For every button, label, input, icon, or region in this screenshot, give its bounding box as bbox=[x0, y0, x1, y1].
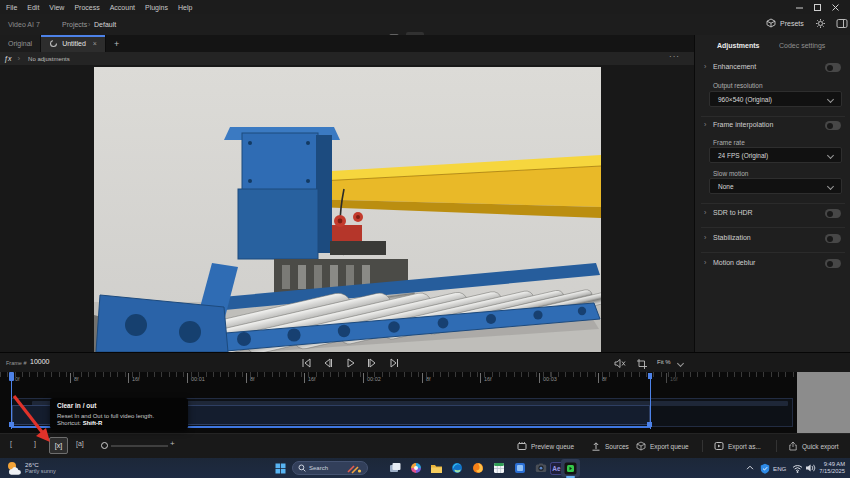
tab-close-icon[interactable]: × bbox=[93, 40, 97, 47]
tab-adjustments[interactable]: Adjustments bbox=[717, 42, 759, 49]
quick-export-button[interactable]: Quick export bbox=[788, 439, 839, 453]
file-explorer-icon[interactable] bbox=[428, 460, 444, 476]
stabilization-toggle[interactable] bbox=[825, 234, 841, 243]
panel-toggle-icon[interactable] bbox=[836, 18, 848, 29]
set-in-point-button[interactable]: [ bbox=[10, 440, 12, 447]
menu-account[interactable]: Account bbox=[110, 4, 135, 11]
preview-3d-render bbox=[94, 67, 601, 352]
timeline[interactable]: 0f 8f 16f 00:01 8f 16f 00:02 8f 16f 00:0… bbox=[0, 372, 850, 433]
weather-widget[interactable]: 26°C Partly sunny bbox=[6, 460, 56, 475]
sdr-to-hdr-expand-icon[interactable]: › bbox=[704, 209, 706, 216]
timeline-zoom-slider[interactable] bbox=[111, 445, 168, 447]
sdr-to-hdr-label: SDR to HDR bbox=[713, 209, 753, 216]
enhancement-toggle[interactable] bbox=[825, 63, 841, 72]
crop-icon[interactable] bbox=[636, 358, 648, 369]
stabilization-expand-icon[interactable]: › bbox=[704, 234, 706, 241]
timeline-ruler[interactable]: 0f 8f 16f 00:01 8f 16f 00:02 8f 16f 00:0… bbox=[0, 372, 796, 386]
grid-app-icon[interactable] bbox=[491, 460, 507, 476]
edge-icon[interactable] bbox=[449, 460, 465, 476]
clear-in-out-button[interactable]: [x] bbox=[49, 437, 68, 454]
preview-queue-icon bbox=[517, 441, 527, 451]
preview-tab-bar: Original Untitled × + bbox=[0, 35, 694, 52]
ruler-label: 00:02 bbox=[363, 373, 381, 383]
in-point-marker[interactable] bbox=[11, 372, 12, 429]
blue-app-icon[interactable] bbox=[512, 460, 528, 476]
menu-help[interactable]: Help bbox=[178, 4, 192, 11]
divider bbox=[701, 227, 845, 228]
motion-deblur-toggle[interactable] bbox=[825, 259, 841, 268]
out-point-handle[interactable] bbox=[647, 422, 652, 427]
no-adjustments-label: No adjustments bbox=[28, 56, 70, 62]
enhancement-expand-icon[interactable]: › bbox=[704, 63, 706, 70]
maximize-icon[interactable] bbox=[813, 3, 822, 12]
menu-plugins[interactable]: Plugins bbox=[145, 4, 168, 11]
minimize-icon[interactable] bbox=[795, 3, 804, 12]
timeline-end-area bbox=[797, 372, 850, 433]
slow-motion-dropdown[interactable]: None bbox=[709, 178, 842, 194]
tab-codec-settings[interactable]: Codec settings bbox=[779, 42, 825, 49]
out-point-marker[interactable] bbox=[650, 373, 651, 429]
timeline-zoom-knob[interactable] bbox=[101, 442, 108, 449]
motion-deblur-expand-icon[interactable]: › bbox=[704, 259, 706, 266]
task-view-icon[interactable] bbox=[387, 460, 403, 476]
tab-untitled[interactable]: Untitled × bbox=[41, 35, 106, 52]
breadcrumb-current[interactable]: Default bbox=[94, 21, 116, 28]
set-out-point-button[interactable]: ] bbox=[34, 440, 36, 447]
export-as-icon bbox=[714, 441, 724, 451]
frame-rate-dropdown[interactable]: 24 FPS (Original) bbox=[709, 147, 842, 163]
loop-selection-button[interactable]: [a] bbox=[76, 440, 84, 447]
start-button[interactable] bbox=[272, 460, 288, 476]
weather-temperature: 26°C bbox=[25, 461, 56, 468]
language-indicator[interactable]: ENG bbox=[773, 465, 786, 472]
export-queue-icon bbox=[636, 441, 646, 451]
mute-audio-icon[interactable] bbox=[614, 358, 626, 369]
security-shield-icon[interactable] bbox=[757, 460, 773, 476]
camera-icon[interactable] bbox=[533, 460, 549, 476]
taskbar-date: 7/15/2025 bbox=[819, 468, 845, 475]
video-ai-taskbar-button[interactable] bbox=[561, 459, 580, 477]
jump-to-start-icon[interactable] bbox=[300, 357, 312, 369]
next-frame-icon[interactable] bbox=[366, 357, 378, 369]
volume-icon[interactable] bbox=[802, 460, 818, 476]
processing-spinner-icon bbox=[49, 39, 58, 48]
divider bbox=[776, 440, 777, 452]
export-queue-button[interactable]: Export queue bbox=[636, 439, 689, 453]
previous-frame-icon[interactable] bbox=[322, 357, 334, 369]
presets-button[interactable]: Presets bbox=[766, 18, 804, 28]
firefox-icon[interactable] bbox=[470, 460, 486, 476]
strip-overflow-menu-icon[interactable]: ··· bbox=[669, 52, 680, 61]
close-icon[interactable] bbox=[831, 3, 840, 12]
ruler-label: 8f bbox=[422, 373, 431, 383]
frame-interpolation-toggle[interactable] bbox=[825, 121, 841, 130]
settings-gear-icon[interactable] bbox=[815, 18, 826, 29]
tab-original[interactable]: Original bbox=[0, 35, 41, 52]
new-tab-button[interactable]: + bbox=[106, 35, 127, 52]
export-as-button[interactable]: Export as... bbox=[714, 439, 761, 453]
preview-queue-button[interactable]: Preview queue bbox=[517, 439, 574, 453]
presets-cube-icon bbox=[766, 18, 776, 28]
output-resolution-dropdown[interactable]: 960×540 (Original) bbox=[709, 91, 842, 107]
window-controls bbox=[785, 0, 850, 14]
menu-file[interactable]: File bbox=[6, 4, 17, 11]
timeline-zoom-in-button[interactable]: + bbox=[170, 439, 175, 448]
jump-to-end-icon[interactable] bbox=[388, 357, 400, 369]
copilot-icon[interactable] bbox=[408, 460, 424, 476]
zoom-fit-chevron-icon[interactable] bbox=[677, 360, 684, 367]
sources-button[interactable]: Sources bbox=[591, 439, 629, 453]
adjustments-strip: ƒx › No adjustments ··· bbox=[0, 52, 694, 65]
divider bbox=[701, 203, 845, 204]
weather-condition: Partly sunny bbox=[25, 468, 56, 474]
menu-edit[interactable]: Edit bbox=[27, 4, 39, 11]
clock-widget[interactable]: 9:49 AM 7/15/2025 bbox=[819, 461, 845, 474]
breadcrumb-projects[interactable]: Projects bbox=[62, 21, 87, 28]
frame-number-value[interactable]: 10000 bbox=[30, 358, 49, 365]
taskbar-chevron-up-icon[interactable] bbox=[742, 460, 758, 476]
search-input[interactable]: Search bbox=[292, 461, 368, 475]
frame-interpolation-expand-icon[interactable]: › bbox=[704, 121, 706, 128]
menu-view[interactable]: View bbox=[49, 4, 64, 11]
video-frame[interactable] bbox=[94, 67, 601, 352]
menu-process[interactable]: Process bbox=[74, 4, 99, 11]
play-icon[interactable] bbox=[344, 357, 356, 369]
sdr-to-hdr-toggle[interactable] bbox=[825, 209, 841, 218]
in-point-handle[interactable] bbox=[9, 422, 14, 427]
